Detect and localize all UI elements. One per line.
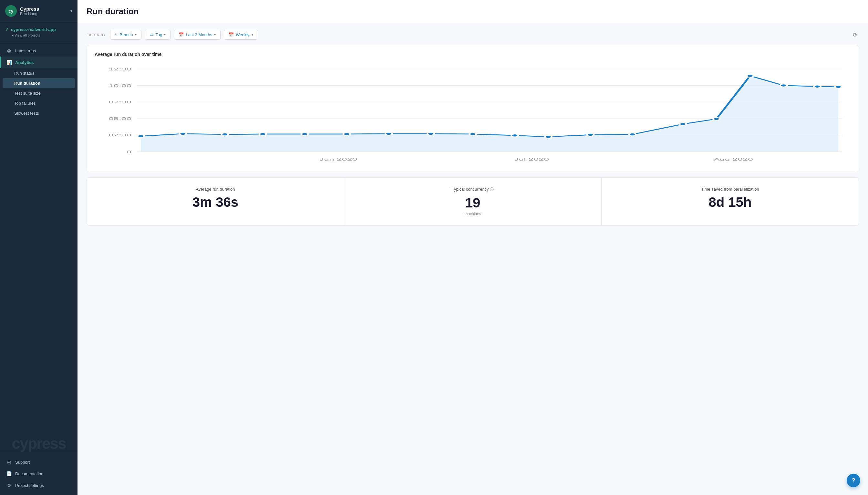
support-label: Support <box>15 460 30 465</box>
sidebar-chevron-icon[interactable]: ▾ <box>70 9 72 13</box>
main-content: Run duration FILTER BY ⑂ Branch ▾ 🏷 Tag … <box>77 0 868 495</box>
page-header: Run duration <box>77 0 868 23</box>
project-settings-label: Project settings <box>15 483 44 488</box>
chart-dot <box>814 85 821 88</box>
chart-dot <box>780 84 787 87</box>
concurrency-label-text: Typical concurrency <box>452 187 489 192</box>
period-chevron-icon: ▾ <box>214 33 216 36</box>
chart-dot <box>301 133 308 136</box>
chart-dot <box>629 133 636 136</box>
frequency-chevron-icon: ▾ <box>251 33 253 36</box>
chart-dot <box>587 134 594 136</box>
analytics-icon: 📊 <box>6 60 12 65</box>
sidebar-subitem-run-duration[interactable]: Run duration <box>3 78 75 88</box>
avg-duration-value: 3m 36s <box>97 195 334 209</box>
chart-dot <box>747 74 754 77</box>
concurrency-label: Typical concurrency ⓘ <box>355 187 591 192</box>
svg-text:07:30: 07:30 <box>108 100 132 104</box>
chart-dot <box>343 133 350 136</box>
sidebar-subitem-run-status[interactable]: Run status <box>0 68 77 78</box>
frequency-filter-label: Weekly <box>236 32 249 37</box>
nav-section: ◎ Latest runs 📊 Analytics Run status Run… <box>0 42 77 452</box>
chart-title: Average run duration over time <box>95 52 851 57</box>
sidebar-subitem-slowest-tests[interactable]: Slowest tests <box>0 108 77 118</box>
documentation-label: Documentation <box>15 472 43 476</box>
sidebar-item-latest-runs[interactable]: ◎ Latest runs <box>0 45 77 56</box>
sidebar-item-support[interactable]: ◎ Support <box>0 456 77 468</box>
tag-filter-label: Tag <box>156 32 162 37</box>
tag-chevron-icon: ▾ <box>164 33 166 36</box>
sidebar-subitem-test-suite-size[interactable]: Test suite size <box>0 88 77 98</box>
sidebar-subitem-top-failures[interactable]: Top failures <box>0 98 77 108</box>
stat-card-avg-duration: Average run duration 3m 36s <box>87 178 344 225</box>
sidebar-header-text: Cypress Ben Hong <box>20 6 67 16</box>
time-saved-label: Time saved from parallelization <box>612 187 848 192</box>
project-check-icon: ✓ <box>5 27 9 32</box>
stats-row: Average run duration 3m 36s Typical conc… <box>87 177 859 225</box>
chart-dot <box>679 123 686 126</box>
branch-filter-label: Branch <box>120 32 133 37</box>
stat-card-concurrency: Typical concurrency ⓘ 19 machines <box>344 178 602 225</box>
chart-dot <box>713 118 720 120</box>
chart-dot <box>427 133 434 135</box>
chart-dot <box>222 133 228 136</box>
sidebar-footer: ◎ Support 📄 Documentation ⚙ Project sett… <box>0 452 77 495</box>
page-title: Run duration <box>87 6 859 16</box>
chart-dot <box>138 135 144 138</box>
filter-bar: FILTER BY ⑂ Branch ▾ 🏷 Tag ▾ 📅 Last 3 Mo… <box>87 30 859 40</box>
svg-text:Jul 2020: Jul 2020 <box>514 157 549 161</box>
branch-chevron-icon: ▾ <box>135 33 137 36</box>
analytics-label: Analytics <box>15 60 34 65</box>
period-filter-button[interactable]: 📅 Last 3 Months ▾ <box>174 30 220 40</box>
chart-dot <box>179 133 186 135</box>
chart-card: Average run duration over time 12:30 10:… <box>87 45 859 172</box>
info-icon[interactable]: ⓘ <box>490 187 494 192</box>
chart-dot <box>470 133 476 136</box>
filter-by-label: FILTER BY <box>87 33 106 37</box>
frequency-icon: 📅 <box>229 32 234 37</box>
svg-text:12:30: 12:30 <box>108 67 132 71</box>
view-all-projects[interactable]: ◂ View all projects <box>5 33 72 37</box>
calendar-icon: 📅 <box>179 32 184 37</box>
sidebar-item-project-settings[interactable]: ⚙ Project settings <box>0 479 77 491</box>
latest-runs-icon: ◎ <box>6 48 12 53</box>
chart-dot <box>512 134 518 137</box>
concurrency-value: 19 <box>355 196 591 210</box>
svg-marker-15 <box>141 76 838 152</box>
project-name: ✓ cypress-realworld-app <box>5 27 72 32</box>
chart-container: 12:30 10:00 07:30 05:00 02:30 0 Jun 2020… <box>95 62 851 166</box>
chart-dot <box>835 86 842 88</box>
latest-runs-label: Latest runs <box>15 49 36 53</box>
tag-filter-button[interactable]: 🏷 Tag ▾ <box>145 30 171 40</box>
avg-duration-label: Average run duration <box>97 187 334 192</box>
sidebar-header: cy Cypress Ben Hong ▾ <box>0 0 77 22</box>
settings-icon-button[interactable]: ⟳ <box>852 30 859 40</box>
project-settings-icon: ⚙ <box>6 483 12 488</box>
branch-icon: ⑂ <box>115 32 118 37</box>
cy-logo: cy <box>5 5 17 17</box>
user-name-label: Ben Hong <box>20 12 67 16</box>
frequency-filter-button[interactable]: 📅 Weekly ▾ <box>224 30 258 40</box>
svg-text:Aug 2020: Aug 2020 <box>713 157 753 161</box>
tag-icon: 🏷 <box>149 32 154 37</box>
documentation-icon: 📄 <box>6 471 12 476</box>
app-name-label: Cypress <box>20 6 67 12</box>
period-filter-label: Last 3 Months <box>186 32 212 37</box>
sidebar-item-analytics[interactable]: 📊 Analytics <box>0 56 77 68</box>
help-button[interactable]: ? <box>847 474 860 487</box>
svg-text:0: 0 <box>127 150 132 154</box>
svg-text:02:30: 02:30 <box>108 133 132 137</box>
branch-filter-button[interactable]: ⑂ Branch ▾ <box>110 30 141 40</box>
chart-svg: 12:30 10:00 07:30 05:00 02:30 0 Jun 2020… <box>95 62 851 166</box>
project-name-label: cypress-realworld-app <box>11 27 56 32</box>
support-icon: ◎ <box>6 459 12 465</box>
content-area: FILTER BY ⑂ Branch ▾ 🏷 Tag ▾ 📅 Last 3 Mo… <box>77 23 868 495</box>
project-section: ✓ cypress-realworld-app ◂ View all proje… <box>0 22 77 42</box>
chart-dot <box>259 133 266 136</box>
chart-dot <box>545 135 552 138</box>
sidebar: cy Cypress Ben Hong ▾ ✓ cypress-realworl… <box>0 0 77 495</box>
sidebar-item-documentation[interactable]: 📄 Documentation <box>0 468 77 479</box>
chart-dot <box>385 133 392 135</box>
svg-text:10:00: 10:00 <box>108 83 132 88</box>
stat-card-time-saved: Time saved from parallelization 8d 15h <box>602 178 858 225</box>
